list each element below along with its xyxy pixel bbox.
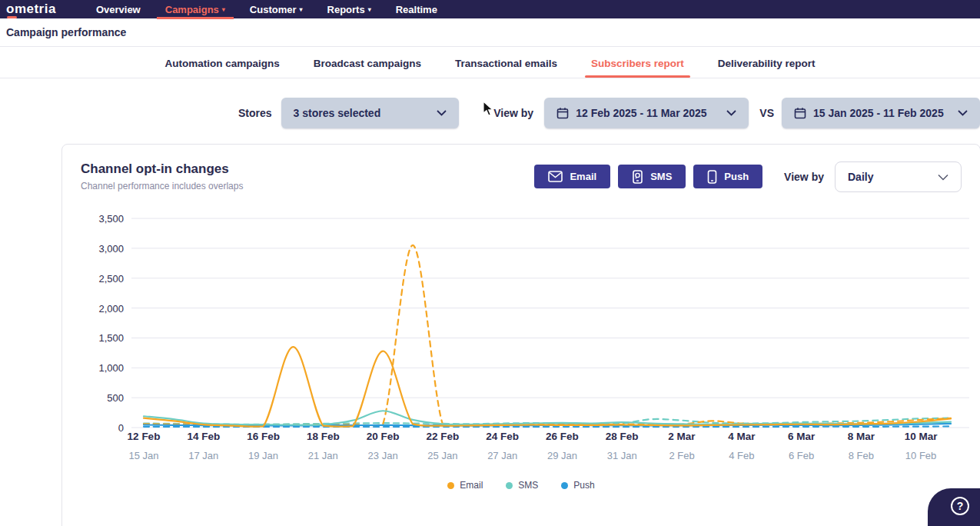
y-tick-label: 1,000 <box>98 362 124 374</box>
x-tick-label: 10 Mar10 Feb <box>892 431 950 461</box>
view-by-label: View by <box>784 171 824 183</box>
comparison-date-range-dropdown[interactable]: 15 Jan 2025 - 11 Feb 2025 <box>782 98 980 128</box>
stores-label: Stores <box>238 107 272 119</box>
card-subtitle: Channel performance includes overlaps <box>81 181 534 191</box>
chevron-down-icon <box>958 110 968 116</box>
calendar-icon <box>794 107 806 119</box>
email-icon <box>548 171 563 182</box>
y-tick-label: 3,500 <box>98 213 124 225</box>
question-mark-icon: ? <box>951 497 969 515</box>
email-comparison-line <box>144 245 951 425</box>
push-legend-dot <box>561 482 568 489</box>
tab-deliverability-report[interactable]: Deliverability report <box>718 48 816 78</box>
email-current-line <box>144 347 951 427</box>
x-axis-labels: 12 Feb15 Jan14 Feb17 Jan16 Feb19 Jan18 F… <box>131 431 969 471</box>
nav-item-reports[interactable]: Reports ▾ <box>327 0 371 18</box>
y-tick-label: 3,000 <box>98 243 124 255</box>
email-channel-button[interactable]: Email <box>534 165 610 188</box>
tab-transactional-emails[interactable]: Transactional emails <box>455 48 557 78</box>
tab-subscribers-report[interactable]: Subscribers report <box>591 48 684 78</box>
x-tick-label: 18 Feb21 Jan <box>294 431 352 461</box>
chevron-down-icon <box>437 110 447 116</box>
chevron-down-icon <box>938 174 948 181</box>
sms-icon <box>632 170 643 184</box>
y-tick-label: 500 <box>107 392 124 404</box>
legend-item-push: Push <box>561 480 594 491</box>
ometria-logo[interactable]: ometria <box>6 2 56 17</box>
opt-in-line-chart: 05001,0001,5002,0002,5003,0003,500 <box>81 215 962 431</box>
chevron-down-icon <box>726 110 736 116</box>
chart-canvas <box>131 215 969 431</box>
sms-channel-button[interactable]: SMS <box>618 165 686 188</box>
y-tick-label: 1,500 <box>98 332 124 344</box>
x-tick-label: 26 Feb29 Jan <box>533 431 591 461</box>
help-button[interactable]: ? <box>928 488 980 526</box>
comparison-date-range-value: 15 Jan 2025 - 11 Feb 2025 <box>813 107 944 119</box>
caret-down-icon: ▾ <box>300 6 303 13</box>
push-comparison-line <box>144 426 951 427</box>
top-navigation: ometria Overview Campaigns ▾ Customer ▾ … <box>0 0 980 18</box>
push-icon <box>707 170 717 184</box>
x-tick-label: 8 Mar8 Feb <box>832 431 890 461</box>
push-channel-button[interactable]: Push <box>693 165 762 188</box>
primary-date-range-dropdown[interactable]: 12 Feb 2025 - 11 Mar 2025 <box>544 98 749 128</box>
y-axis-labels: 05001,0001,5002,0002,5003,0003,500 <box>81 215 131 431</box>
vs-label: VS <box>759 107 774 119</box>
x-tick-label: 20 Feb23 Jan <box>354 431 412 461</box>
y-tick-label: 2,000 <box>98 303 124 315</box>
primary-date-range-value: 12 Feb 2025 - 11 Mar 2025 <box>576 107 706 119</box>
channel-buttons: Email SMS Push <box>534 165 762 188</box>
legend-item-email: Email <box>447 480 483 491</box>
report-tabs: Automation campaigns Broadcast campaigns… <box>0 47 980 78</box>
logo-text: ometria <box>6 2 56 16</box>
x-tick-label: 16 Feb19 Jan <box>234 431 293 461</box>
active-nav-underline <box>157 17 234 19</box>
plot-area <box>131 215 969 431</box>
tab-broadcast-campaigns[interactable]: Broadcast campaigns <box>314 48 421 78</box>
y-tick-label: 2,500 <box>98 273 124 285</box>
card-title: Channel opt-in changes <box>81 161 534 177</box>
view-by-label: View by <box>493 107 533 119</box>
x-tick-label: 22 Feb25 Jan <box>414 431 472 461</box>
sms-legend-dot <box>506 482 513 489</box>
filters-row: Stores 3 stores selected View by 12 Feb … <box>0 98 980 128</box>
breadcrumb-bar: Campaign performance <box>0 18 980 47</box>
x-tick-label: 6 Mar6 Feb <box>772 431 831 461</box>
x-tick-label: 14 Feb17 Jan <box>174 431 233 461</box>
nav-item-customer[interactable]: Customer ▾ <box>250 0 303 18</box>
x-tick-label: 4 Mar4 Feb <box>713 431 771 461</box>
caret-down-icon: ▾ <box>222 6 225 13</box>
breadcrumb: Campaign performance <box>6 26 126 38</box>
chart-legend: Email SMS Push <box>81 480 962 491</box>
x-tick-label: 28 Feb31 Jan <box>593 431 651 461</box>
legend-item-sms: SMS <box>506 480 538 491</box>
granularity-dropdown[interactable]: Daily <box>835 161 962 192</box>
calendar-icon <box>556 107 569 119</box>
x-tick-label: 12 Feb15 Jan <box>115 431 173 461</box>
granularity-value: Daily <box>848 171 873 183</box>
nav-item-realtime[interactable]: Realtime <box>396 0 437 18</box>
x-tick-label: 2 Mar2 Feb <box>653 431 711 461</box>
tab-automation-campaigns[interactable]: Automation campaigns <box>165 48 280 78</box>
stores-selected-value: 3 stores selected <box>294 107 381 119</box>
x-tick-label: 24 Feb27 Jan <box>473 431 532 461</box>
nav-item-campaigns[interactable]: Campaigns ▾ <box>165 0 225 18</box>
caret-down-icon: ▾ <box>368 6 371 13</box>
logo-accent-mark <box>7 16 17 18</box>
nav-item-overview[interactable]: Overview <box>96 0 141 18</box>
email-legend-dot <box>447 482 454 489</box>
stores-dropdown[interactable]: 3 stores selected <box>281 98 460 128</box>
channel-opt-in-card: Channel opt-in changes Channel performan… <box>61 144 980 526</box>
